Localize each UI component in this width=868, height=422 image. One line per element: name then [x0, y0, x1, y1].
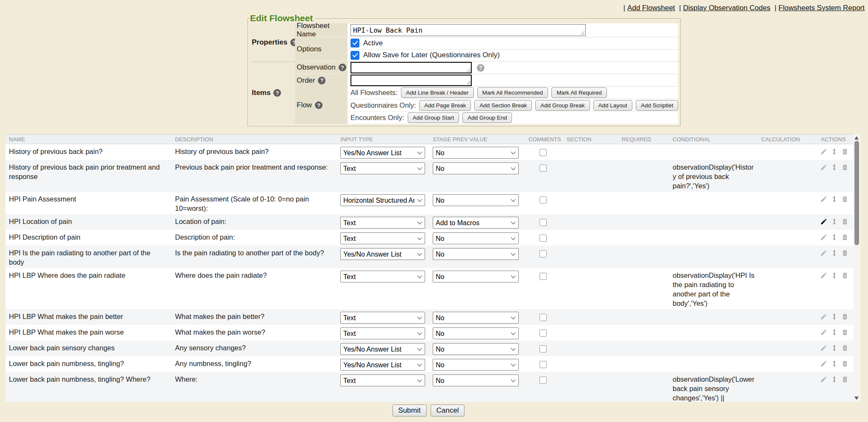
- comments-checkbox[interactable]: [540, 219, 547, 226]
- move-icon[interactable]: [831, 234, 838, 241]
- stage-prev-value-select[interactable]: No: [433, 194, 519, 206]
- display-observation-codes-link[interactable]: Display Observation Codes: [683, 4, 771, 12]
- order-input[interactable]: [351, 75, 472, 86]
- edit-icon[interactable]: [820, 164, 827, 171]
- stage-prev-value-select[interactable]: No: [433, 162, 519, 174]
- mark-all-required-button[interactable]: Mark All Required: [551, 87, 607, 98]
- comments-checkbox[interactable]: [540, 235, 547, 242]
- input-type-select[interactable]: Yes/No Answer List: [340, 147, 425, 159]
- mark-all-recommended-button[interactable]: Mark All Recommended: [477, 87, 548, 98]
- delete-icon[interactable]: [841, 234, 849, 241]
- input-type-select[interactable]: Text: [340, 271, 425, 282]
- cancel-button[interactable]: Cancel: [431, 405, 465, 416]
- delete-icon[interactable]: [841, 344, 849, 352]
- input-type-select[interactable]: Text: [340, 162, 425, 174]
- edit-icon[interactable]: [820, 196, 827, 203]
- move-icon[interactable]: [831, 360, 838, 367]
- input-type-select[interactable]: Text: [340, 327, 425, 339]
- edit-icon[interactable]: [820, 376, 827, 383]
- add-line-break-header-button[interactable]: Add Line Break / Header: [401, 87, 474, 98]
- move-icon[interactable]: [831, 164, 838, 171]
- help-icon[interactable]: ?: [477, 64, 484, 72]
- edit-icon[interactable]: [820, 218, 827, 225]
- observation-input[interactable]: [351, 62, 472, 73]
- comments-checkbox[interactable]: [540, 314, 547, 321]
- help-icon[interactable]: ?: [318, 77, 326, 84]
- comments-checkbox[interactable]: [540, 345, 547, 352]
- scrollbar-thumb[interactable]: [854, 141, 859, 245]
- help-icon[interactable]: ?: [315, 101, 323, 109]
- input-type-select[interactable]: Yes/No Answer List: [340, 359, 425, 371]
- active-checkbox[interactable]: [351, 39, 359, 48]
- edit-icon[interactable]: [820, 148, 827, 155]
- stage-prev-value-select[interactable]: No: [433, 374, 519, 386]
- move-icon[interactable]: [831, 313, 838, 320]
- delete-icon[interactable]: [841, 196, 849, 203]
- move-icon[interactable]: [831, 376, 838, 383]
- add-page-break-button[interactable]: Add Page Break: [419, 100, 471, 111]
- stage-prev-value-select[interactable]: No: [433, 248, 519, 260]
- delete-icon[interactable]: [841, 272, 849, 279]
- add-group-start-button[interactable]: Add Group Start: [408, 112, 459, 123]
- edit-icon[interactable]: [820, 249, 827, 257]
- input-type-select[interactable]: Text: [340, 374, 425, 386]
- delete-icon[interactable]: [841, 218, 849, 225]
- move-icon[interactable]: [831, 249, 838, 257]
- stage-prev-value-select[interactable]: No: [433, 147, 519, 159]
- move-icon[interactable]: [831, 148, 838, 155]
- comments-checkbox[interactable]: [540, 330, 547, 337]
- allow-save-checkbox[interactable]: [351, 51, 359, 60]
- input-type-select[interactable]: Yes/No Answer List: [340, 248, 425, 260]
- input-type-select[interactable]: Text: [340, 217, 425, 229]
- comments-checkbox[interactable]: [540, 196, 547, 204]
- stage-prev-value-select[interactable]: No: [433, 312, 519, 324]
- stage-prev-value-select[interactable]: No: [433, 232, 519, 244]
- comments-checkbox[interactable]: [540, 273, 547, 280]
- scroll-up-arrow-icon[interactable]: [854, 136, 859, 140]
- delete-icon[interactable]: [841, 329, 849, 336]
- stage-prev-value-select[interactable]: No: [433, 271, 519, 282]
- delete-icon[interactable]: [841, 148, 849, 155]
- input-type-select[interactable]: Text: [340, 312, 425, 324]
- delete-icon[interactable]: [841, 376, 849, 383]
- comments-checkbox[interactable]: [540, 149, 547, 156]
- move-icon[interactable]: [831, 329, 838, 336]
- stage-prev-value-select[interactable]: Add to Macros: [433, 217, 519, 229]
- submit-button[interactable]: Submit: [392, 405, 427, 416]
- input-type-select[interactable]: Yes/No Answer List: [340, 343, 425, 355]
- input-type-select[interactable]: Horizontal Structured Answers: [340, 194, 425, 206]
- move-icon[interactable]: [831, 344, 838, 352]
- edit-icon[interactable]: [820, 344, 827, 352]
- flowsheet-name-input[interactable]: [351, 24, 586, 36]
- add-scriptlet-button[interactable]: Add Scriptlet: [636, 100, 679, 111]
- help-icon[interactable]: ?: [273, 89, 281, 97]
- stage-prev-value-select[interactable]: No: [433, 327, 519, 339]
- scroll-down-arrow-icon[interactable]: [854, 397, 859, 400]
- delete-icon[interactable]: [841, 313, 849, 320]
- edit-icon[interactable]: [820, 234, 827, 241]
- edit-icon[interactable]: [820, 313, 827, 320]
- edit-icon[interactable]: [820, 329, 827, 336]
- help-icon[interactable]: ?: [339, 64, 346, 71]
- input-type-select[interactable]: Text: [340, 232, 425, 244]
- delete-icon[interactable]: [841, 164, 849, 171]
- move-icon[interactable]: [831, 196, 838, 203]
- add-group-end-button[interactable]: Add Group End: [462, 112, 512, 123]
- flowsheets-system-report-link[interactable]: Flowsheets System Report: [779, 4, 865, 12]
- comments-checkbox[interactable]: [540, 377, 547, 384]
- comments-checkbox[interactable]: [540, 361, 547, 368]
- stage-prev-value-select[interactable]: No: [433, 343, 519, 355]
- add-flowsheet-link[interactable]: Add Flowsheet: [627, 4, 675, 12]
- delete-icon[interactable]: [841, 249, 849, 257]
- add-section-break-button[interactable]: Add Section Break: [474, 100, 532, 111]
- delete-icon[interactable]: [841, 360, 849, 367]
- comments-checkbox[interactable]: [540, 165, 547, 172]
- comments-checkbox[interactable]: [540, 250, 547, 257]
- stage-prev-value-select[interactable]: No: [433, 359, 519, 371]
- move-icon[interactable]: [831, 218, 838, 225]
- add-layout-button[interactable]: Add Layout: [593, 100, 632, 111]
- move-icon[interactable]: [831, 272, 838, 279]
- add-group-break-button[interactable]: Add Group Break: [535, 100, 590, 111]
- edit-icon[interactable]: [820, 272, 827, 279]
- edit-icon[interactable]: [820, 360, 827, 367]
